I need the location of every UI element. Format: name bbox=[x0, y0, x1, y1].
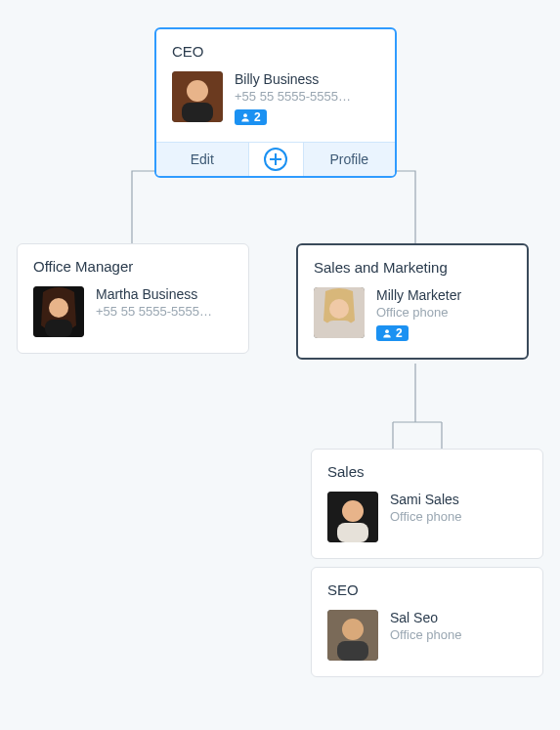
person-sub: +55 55 5555-5555… bbox=[235, 89, 379, 104]
svg-rect-16 bbox=[337, 641, 368, 661]
avatar bbox=[172, 71, 223, 122]
person-sub: Office phone bbox=[376, 305, 511, 320]
svg-rect-9 bbox=[325, 321, 353, 338]
person-name: Milly Marketer bbox=[376, 287, 511, 303]
svg-point-15 bbox=[342, 619, 364, 640]
person-sub: +55 55 5555-5555… bbox=[96, 304, 233, 319]
person-name: Billy Business bbox=[235, 71, 379, 87]
role-label: SEO bbox=[327, 581, 527, 598]
role-label: Sales and Marketing bbox=[314, 259, 511, 276]
role-label: Sales bbox=[327, 463, 527, 480]
org-node-sales[interactable]: Sales Sami Sales Office phone bbox=[311, 449, 543, 559]
role-label: CEO bbox=[172, 43, 379, 60]
svg-point-8 bbox=[329, 299, 349, 319]
person-icon bbox=[240, 112, 250, 122]
avatar bbox=[33, 286, 84, 337]
svg-point-1 bbox=[187, 80, 208, 102]
person-sub: Office phone bbox=[390, 509, 527, 524]
add-child-button[interactable] bbox=[249, 143, 304, 176]
svg-rect-2 bbox=[182, 103, 213, 122]
svg-point-5 bbox=[49, 298, 68, 318]
person-icon bbox=[382, 328, 392, 338]
person-sub: Office phone bbox=[390, 627, 527, 642]
org-node-ceo[interactable]: CEO Billy Business +55 55 5555-5555… 2 E… bbox=[154, 27, 397, 178]
svg-point-3 bbox=[243, 113, 247, 117]
person-name: Sami Sales bbox=[390, 492, 527, 507]
svg-point-12 bbox=[342, 500, 364, 522]
reports-badge: 2 bbox=[376, 325, 409, 341]
reports-count: 2 bbox=[254, 111, 261, 123]
person-name: Sal Seo bbox=[390, 610, 527, 625]
profile-button[interactable]: Profile bbox=[304, 143, 396, 176]
node-actions: Edit Profile bbox=[156, 142, 395, 176]
svg-point-10 bbox=[385, 329, 389, 333]
avatar bbox=[327, 492, 378, 542]
org-node-sales-marketing[interactable]: Sales and Marketing Milly Marketer Offic… bbox=[296, 243, 529, 360]
svg-rect-6 bbox=[45, 320, 72, 337]
svg-rect-13 bbox=[337, 523, 368, 542]
person-name: Martha Business bbox=[96, 286, 233, 302]
role-label: Office Manager bbox=[33, 258, 233, 275]
edit-button[interactable]: Edit bbox=[156, 143, 249, 176]
reports-count: 2 bbox=[396, 327, 403, 339]
reports-badge: 2 bbox=[235, 109, 267, 125]
avatar bbox=[327, 610, 378, 661]
org-node-seo[interactable]: SEO Sal Seo Office phone bbox=[311, 567, 543, 677]
plus-icon bbox=[264, 148, 287, 171]
avatar bbox=[314, 287, 365, 338]
org-node-office-manager[interactable]: Office Manager Martha Business +55 55 55… bbox=[17, 243, 249, 354]
